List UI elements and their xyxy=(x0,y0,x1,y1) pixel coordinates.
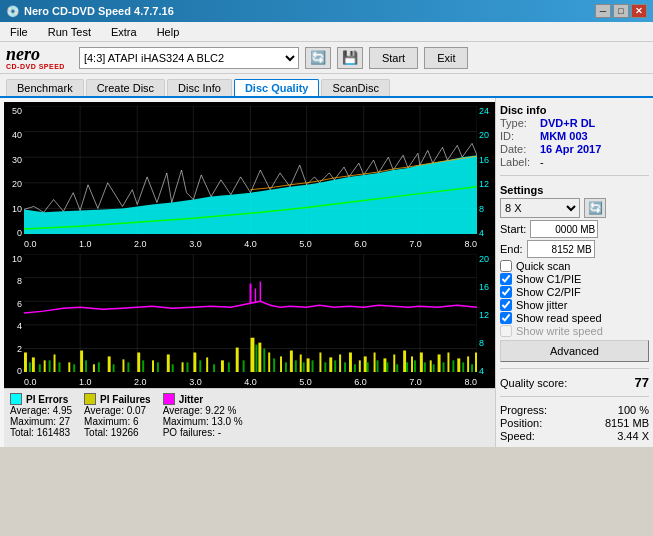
svg-rect-30 xyxy=(32,357,35,372)
pi-errors-avg: Average: 4.95 xyxy=(10,405,72,416)
top-chart-y-left: 50 40 30 20 10 0 xyxy=(4,106,24,238)
quick-scan-checkbox[interactable] xyxy=(500,260,512,272)
top-chart-x-labels: 0.0 1.0 2.0 3.0 4.0 5.0 6.0 7.0 8.0 xyxy=(24,238,477,250)
bottom-chart: 10 8 6 4 2 0 20 16 12 8 4 xyxy=(4,250,495,388)
pi-failures-color xyxy=(84,393,96,405)
tab-create-disc[interactable]: Create Disc xyxy=(86,79,165,96)
end-mb-row: End: xyxy=(500,240,649,258)
disc-id-value: MKM 003 xyxy=(540,130,588,142)
disc-label-row: Label: - xyxy=(500,156,649,168)
speed-refresh-button[interactable]: 🔄 xyxy=(584,198,606,218)
disc-type-value: DVD+R DL xyxy=(540,117,595,129)
svg-rect-75 xyxy=(73,364,75,372)
svg-rect-109 xyxy=(462,362,464,372)
svg-rect-104 xyxy=(414,360,416,372)
tab-disc-info[interactable]: Disc Info xyxy=(167,79,232,96)
bottom-chart-svg xyxy=(24,254,477,372)
pi-errors-color xyxy=(10,393,22,405)
show-jitter-checkbox[interactable] xyxy=(500,299,512,311)
show-read-speed-checkbox[interactable] xyxy=(500,312,512,324)
bottom-chart-y-left: 10 8 6 4 2 0 xyxy=(4,254,24,376)
pi-failures-max: Maximum: 6 xyxy=(84,416,151,427)
jitter-max: Maximum: 13.0 % xyxy=(163,416,243,427)
pi-errors-stat: PI Errors Average: 4.95 Maximum: 27 Tota… xyxy=(10,393,72,443)
toolbar: nero CD-DVD SPEED [4:3] ATAPI iHAS324 A … xyxy=(0,42,653,74)
quality-score-row: Quality score: 77 xyxy=(500,375,649,390)
svg-rect-110 xyxy=(471,364,473,372)
show-c2pif-checkbox[interactable] xyxy=(500,286,512,298)
svg-rect-84 xyxy=(199,360,201,372)
top-chart-y-right: 24 20 16 12 8 4 xyxy=(477,106,495,238)
svg-rect-60 xyxy=(383,358,386,372)
svg-rect-62 xyxy=(403,351,406,373)
end-mb-input[interactable] xyxy=(527,240,595,258)
svg-rect-103 xyxy=(406,362,408,372)
svg-rect-61 xyxy=(393,354,395,372)
svg-rect-106 xyxy=(433,364,435,372)
nero-logo-text: nero xyxy=(6,45,65,63)
refresh-button[interactable]: 🔄 xyxy=(305,47,331,69)
exit-button[interactable]: Exit xyxy=(424,47,468,69)
svg-rect-93 xyxy=(303,362,305,372)
speed-row: 8 X Max 4 X 🔄 xyxy=(500,198,649,218)
tab-disc-quality[interactable]: Disc Quality xyxy=(234,79,320,96)
progress-row: Progress: 100 % xyxy=(500,404,649,416)
menu-help[interactable]: Help xyxy=(151,24,186,40)
start-button[interactable]: Start xyxy=(369,47,418,69)
menu-file[interactable]: File xyxy=(4,24,34,40)
menu-run-test[interactable]: Run Test xyxy=(42,24,97,40)
drive-select[interactable]: [4:3] ATAPI iHAS324 A BLC2 xyxy=(79,47,299,69)
svg-rect-56 xyxy=(349,352,352,372)
pi-failures-avg: Average: 0.07 xyxy=(84,405,151,416)
position-row: Position: 8151 MB xyxy=(500,417,649,429)
tab-benchmark[interactable]: Benchmark xyxy=(6,79,84,96)
svg-rect-55 xyxy=(339,354,341,372)
svg-rect-65 xyxy=(430,360,432,372)
svg-rect-33 xyxy=(68,362,70,372)
close-button[interactable]: ✕ xyxy=(631,4,647,18)
minimize-button[interactable]: ─ xyxy=(595,4,611,18)
app-icon: 💿 xyxy=(6,5,20,18)
svg-rect-42 xyxy=(193,352,196,372)
svg-rect-90 xyxy=(273,358,275,372)
svg-rect-31 xyxy=(44,360,46,372)
tab-scan-disc[interactable]: ScanDisc xyxy=(321,79,389,96)
svg-rect-76 xyxy=(85,360,87,372)
right-panel: Disc info Type: DVD+R DL ID: MKM 003 Dat… xyxy=(495,98,653,447)
svg-rect-45 xyxy=(236,348,239,373)
svg-rect-101 xyxy=(386,362,388,372)
pi-errors-max: Maximum: 27 xyxy=(10,416,72,427)
position-value: 8151 MB xyxy=(605,417,649,429)
disc-label-value: - xyxy=(540,156,544,168)
save-button[interactable]: 💾 xyxy=(337,47,363,69)
svg-rect-37 xyxy=(122,359,124,372)
jitter-stat: Jitter Average: 9.22 % Maximum: 13.0 % P… xyxy=(163,393,243,443)
speed-select[interactable]: 8 X Max 4 X xyxy=(500,198,580,218)
start-mb-input[interactable] xyxy=(530,220,598,238)
maximize-button[interactable]: □ xyxy=(613,4,629,18)
menu-extra[interactable]: Extra xyxy=(105,24,143,40)
jitter-color xyxy=(163,393,175,405)
svg-rect-68 xyxy=(457,358,460,372)
svg-rect-74 xyxy=(58,362,60,372)
svg-rect-44 xyxy=(221,360,224,372)
advanced-button[interactable]: Advanced xyxy=(500,340,649,362)
svg-rect-79 xyxy=(127,362,129,372)
svg-rect-78 xyxy=(113,364,115,372)
show-write-speed-row: Show write speed xyxy=(500,325,649,337)
app-title: Nero CD-DVD Speed 4.7.7.16 xyxy=(24,5,174,17)
stats-bar: PI Errors Average: 4.95 Maximum: 27 Tota… xyxy=(4,388,495,447)
svg-rect-73 xyxy=(49,360,51,372)
pi-failures-total: Total: 19266 xyxy=(84,427,151,438)
disc-date-row: Date: 16 Apr 2017 xyxy=(500,143,649,155)
svg-rect-52 xyxy=(307,358,310,372)
disc-info-section: Disc info Type: DVD+R DL ID: MKM 003 Dat… xyxy=(500,102,649,169)
svg-rect-69 xyxy=(467,356,469,372)
nero-logo-container: nero CD-DVD SPEED xyxy=(6,45,65,70)
svg-rect-91 xyxy=(285,362,287,372)
jitter-legend: Jitter xyxy=(163,393,243,405)
show-write-speed-checkbox[interactable] xyxy=(500,325,512,337)
quality-score-value: 77 xyxy=(635,375,649,390)
show-c1pie-checkbox[interactable] xyxy=(500,273,512,285)
svg-rect-80 xyxy=(142,360,144,372)
